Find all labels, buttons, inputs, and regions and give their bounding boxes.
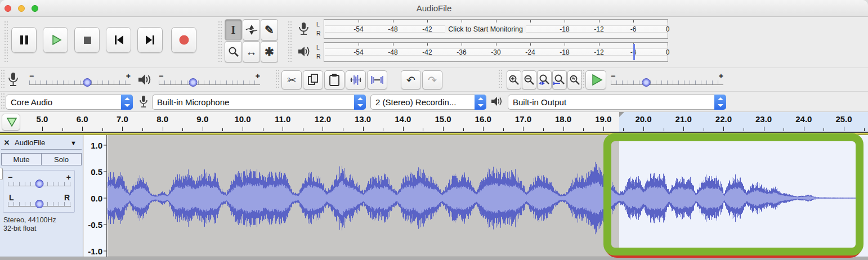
- vertical-scale-ruler[interactable]: 1.00.50.0-0.5-1.0: [84, 135, 107, 257]
- timeline-major-tick: [82, 127, 83, 131]
- vertical-ruler-tick: [104, 198, 106, 199]
- cut-button[interactable]: ✂: [281, 70, 302, 89]
- timeline-selection-marker[interactable]: [619, 112, 624, 117]
- play-at-speed-button[interactable]: [585, 70, 606, 89]
- timeline-label: 11.0: [275, 114, 290, 124]
- zoom-toggle-button[interactable]: [567, 70, 582, 89]
- timeline-minor-tick: [263, 128, 263, 131]
- timeline-label: 23.0: [755, 114, 772, 124]
- mute-button[interactable]: Mute: [1, 153, 42, 165]
- track-header: ✕ AudioFile ▼: [1, 136, 82, 150]
- timeline-minor-tick: [583, 128, 584, 131]
- fit-project-button[interactable]: [552, 70, 567, 89]
- copy-button[interactable]: [303, 70, 323, 89]
- timeline-minor-tick: [182, 128, 183, 131]
- timeline-label: 20.0: [635, 114, 651, 124]
- input-channels-select[interactable]: 2 (Stereo) Recordin...: [370, 95, 486, 110]
- pan-thumb[interactable]: [35, 200, 44, 208]
- timeline-label: 18.0: [555, 114, 571, 124]
- audio-host-select[interactable]: Core Audio: [6, 95, 133, 110]
- pinned-play-head-icon: [5, 116, 17, 128]
- timeline-label: 25.0: [835, 114, 852, 124]
- vertical-ruler-tick: [104, 172, 106, 172]
- zoom-window-button[interactable]: [32, 5, 38, 12]
- timeline-label: 13.0: [355, 114, 371, 124]
- skip-to-end-button[interactable]: [137, 27, 163, 53]
- fit-selection-button[interactable]: [537, 70, 552, 89]
- skip-end-icon: [144, 33, 157, 47]
- close-window-button[interactable]: [5, 5, 11, 12]
- edit-toolbar-grip[interactable]: [276, 70, 279, 89]
- track-slider-panel: − + L R: [3, 170, 75, 213]
- meter-tick: [462, 43, 462, 46]
- pinned-play-head-button[interactable]: [2, 114, 20, 131]
- play-at-speed-grip[interactable]: [581, 70, 584, 89]
- tools-toolbar: I ✎ ↔ ✱: [225, 19, 278, 62]
- track-name[interactable]: AudioFile: [12, 138, 70, 147]
- redo-button[interactable]: ↷: [422, 70, 442, 89]
- meter-scale-label: 0: [666, 25, 670, 33]
- gain-thumb[interactable]: [35, 180, 44, 188]
- track-menu-button[interactable]: ▼: [70, 140, 82, 146]
- timeline-label: 16.0: [475, 114, 491, 124]
- title-bar[interactable]: AudioFile: [0, 0, 868, 17]
- pan-left-label: L: [9, 193, 14, 202]
- multi-tool-button[interactable]: ✱: [261, 41, 278, 62]
- skip-to-start-button[interactable]: [106, 27, 131, 53]
- draw-tool-button[interactable]: ✎: [261, 19, 278, 41]
- tools-toolbar-grip[interactable]: [218, 21, 222, 64]
- mixer-toolbar-grip[interactable]: [1, 70, 5, 89]
- pan-right-label: R: [64, 193, 70, 202]
- trim-audio-button[interactable]: [346, 70, 366, 89]
- solo-button[interactable]: Solo: [42, 153, 82, 165]
- playback-volume-thumb[interactable]: [189, 78, 198, 87]
- timeline-minor-tick: [383, 128, 383, 131]
- recording-meter-right-label: R: [316, 30, 321, 37]
- meter-scale-label: -42: [422, 48, 432, 56]
- track-panel-notch[interactable]: [0, 168, 3, 180]
- timeline-ruler[interactable]: 5.06.07.08.09.010.011.012.013.014.015.01…: [23, 112, 868, 132]
- record-button[interactable]: [171, 27, 196, 53]
- meter-monitor-text[interactable]: Click to Start Monitoring: [445, 25, 526, 34]
- meter-tick: [599, 20, 599, 23]
- zoom-out-button[interactable]: [522, 70, 536, 89]
- microphone-icon: [297, 21, 310, 36]
- meter-scale-label: -12: [594, 25, 603, 33]
- transport-toolbar-grip[interactable]: [5, 21, 8, 64]
- pause-icon: [17, 33, 31, 47]
- timeline-minor-tick: [62, 128, 63, 131]
- undo-button[interactable]: ↶: [401, 70, 421, 89]
- zoom-in-button[interactable]: [507, 70, 521, 89]
- playback-meter-right-channel: [325, 55, 667, 61]
- play-speed-thumb[interactable]: [642, 78, 651, 87]
- recording-volume-thumb[interactable]: [83, 78, 91, 87]
- cut-icon: ✂: [287, 74, 296, 87]
- stop-button[interactable]: [74, 27, 100, 53]
- zoom-tool-button[interactable]: [225, 41, 242, 62]
- timeline[interactable]: 5.06.07.08.09.010.011.012.013.014.015.01…: [0, 111, 868, 132]
- zoom-toolbar-grip[interactable]: [499, 70, 502, 89]
- minimize-window-button[interactable]: [18, 5, 25, 12]
- pause-button[interactable]: [11, 27, 37, 53]
- meter-peak-cursor: [633, 44, 635, 60]
- recording-meter-bar[interactable]: -54-48-42-18-12-60Click to Start Monitor…: [324, 19, 668, 39]
- device-toolbar-grip[interactable]: [1, 93, 5, 110]
- playback-meter-bar[interactable]: -54-48-42-36-30-24-18-12-60: [324, 42, 668, 62]
- paste-button[interactable]: [324, 70, 344, 89]
- meter-toolbar-grip[interactable]: [288, 21, 292, 64]
- timeline-label: 12.0: [315, 114, 331, 124]
- input-device-select[interactable]: Built-in Microphone: [152, 95, 366, 110]
- vertical-ruler-label: -0.5: [88, 220, 102, 230]
- mixer-speaker-icon: [137, 72, 152, 88]
- output-device-select[interactable]: Built-in Output: [508, 95, 726, 110]
- silence-audio-button[interactable]: [367, 70, 387, 89]
- zoom-out-icon: [523, 74, 535, 86]
- input-channels-value: 2 (Stereo) Recordin...: [371, 97, 475, 107]
- play-button[interactable]: [43, 27, 68, 53]
- envelope-tool-button[interactable]: [243, 19, 260, 41]
- timeshift-tool-button[interactable]: ↔: [243, 41, 260, 62]
- selection-tool-button[interactable]: I: [225, 19, 242, 41]
- record-icon: [177, 33, 191, 47]
- close-track-button[interactable]: ✕: [1, 138, 12, 147]
- timeline-major-tick: [844, 127, 844, 131]
